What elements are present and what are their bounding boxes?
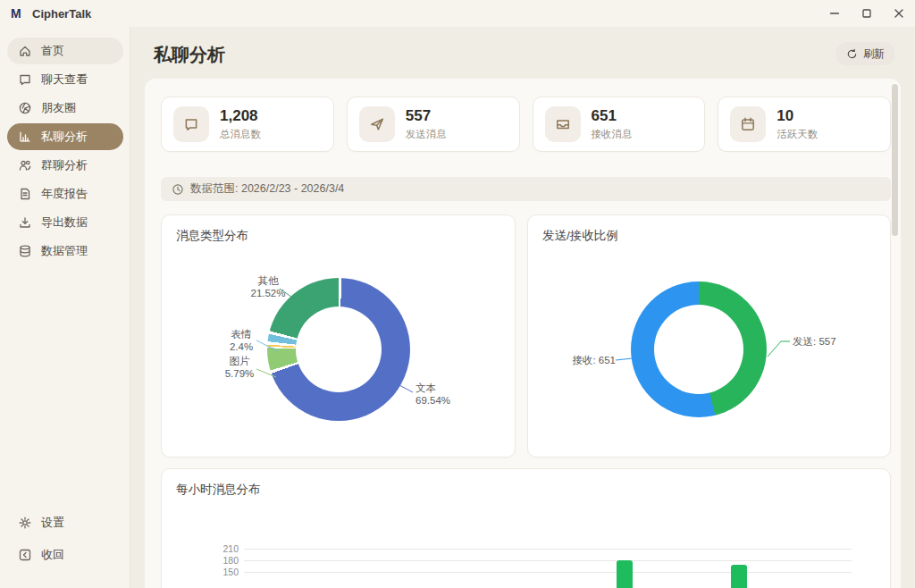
y-axis-tick: 150 xyxy=(206,567,239,577)
sidebar-item-label: 首页 xyxy=(41,43,64,59)
group-icon xyxy=(18,158,32,172)
chart-card-hourly-distribution: 每小时消息分布 210 180 150 xyxy=(161,468,891,588)
sidebar-item-label: 朋友圈 xyxy=(41,100,76,116)
sidebar-item-moments[interactable]: 朋友圈 xyxy=(7,95,123,122)
chart-card-send-receive: 发送/接收比例 接收: 651 发送: 557 xyxy=(527,214,891,458)
send-icon xyxy=(359,106,395,142)
minimize-button[interactable] xyxy=(818,0,851,27)
refresh-icon xyxy=(846,48,858,60)
stat-value: 651 xyxy=(592,107,633,125)
scrollbar-thumb[interactable] xyxy=(892,84,898,236)
pie-label-name: 图片 xyxy=(217,355,262,367)
page-title: 私聊分析 xyxy=(154,43,225,67)
pie-label-received: 接收: 651 xyxy=(562,354,616,366)
sidebar-item-group-analysis[interactable]: 群聊分析 xyxy=(7,152,123,179)
y-axis-tick: 180 xyxy=(206,555,239,566)
pie-label-emoji: 表情 2.4% xyxy=(219,328,264,354)
inbox-icon xyxy=(545,106,581,142)
sidebar-item-label: 年度报告 xyxy=(41,186,88,202)
stat-value: 1,208 xyxy=(220,107,261,125)
date-range-text: 数据范围: 2026/2/23 - 2026/3/4 xyxy=(190,181,344,197)
chart-title: 消息类型分布 xyxy=(176,228,248,244)
gridline-210 xyxy=(244,549,852,550)
clock-icon xyxy=(172,183,184,196)
pie-label-name: 表情 xyxy=(219,328,264,340)
hour-bar[interactable] xyxy=(731,565,747,588)
moments-icon xyxy=(18,101,32,115)
stat-label: 总消息数 xyxy=(220,128,261,141)
sidebar-item-chat-view[interactable]: 聊天查看 xyxy=(7,66,123,93)
gridline-150 xyxy=(244,572,852,573)
pie-label-pct: 2.4% xyxy=(219,340,264,353)
pie-label-other: 其他 21.52% xyxy=(240,274,296,300)
bar-chart-icon xyxy=(18,130,32,144)
gridline-180 xyxy=(244,560,852,561)
main-panel: 1,208 总消息数 557 发送消息 651 接收消息 10 活跃天数 xyxy=(145,79,901,588)
chart-title: 发送/接收比例 xyxy=(542,228,618,244)
sidebar: 首页 聊天查看 朋友圈 私聊分析 群聊分析 年度报告 导出数据 数据管理 设置 … xyxy=(0,27,130,588)
stat-card-total-messages: 1,208 总消息数 xyxy=(161,97,334,152)
sidebar-item-home[interactable]: 首页 xyxy=(7,38,123,64)
window-controls xyxy=(818,0,915,27)
sidebar-item-annual-report[interactable]: 年度报告 xyxy=(7,181,123,207)
sidebar-item-settings[interactable]: 设置 xyxy=(7,509,123,536)
sidebar-item-export-data[interactable]: 导出数据 xyxy=(7,209,123,236)
pie-label-pct: 69.54% xyxy=(416,394,469,407)
app-logo-icon: M xyxy=(11,6,27,21)
pie-label-text: 文本 69.54% xyxy=(416,382,469,407)
calendar-icon xyxy=(730,106,766,142)
sidebar-item-collapse[interactable]: 收回 xyxy=(7,542,123,568)
send-receive-donut-chart[interactable] xyxy=(631,281,767,417)
app-title: CipherTalk xyxy=(32,7,91,21)
chat-icon xyxy=(18,72,32,87)
pie-label-image: 图片 5.79% xyxy=(217,355,262,381)
database-icon xyxy=(18,244,32,258)
sidebar-item-private-analysis[interactable]: 私聊分析 xyxy=(7,123,123,150)
close-button[interactable] xyxy=(883,0,915,27)
pie-label-name: 其他 xyxy=(240,274,296,287)
stat-card-active-days: 10 活跃天数 xyxy=(718,97,891,152)
sidebar-item-label: 群聊分析 xyxy=(41,157,88,173)
stat-label: 发送消息 xyxy=(406,128,447,141)
stat-value: 10 xyxy=(776,107,818,125)
sidebar-item-label: 收回 xyxy=(41,547,64,563)
sidebar-item-label: 聊天查看 xyxy=(41,71,88,88)
titlebar: M CipherTalk xyxy=(0,0,915,27)
date-range-bar: 数据范围: 2026/2/23 - 2026/3/4 xyxy=(161,177,891,201)
stat-card-received-messages: 651 接收消息 xyxy=(533,97,706,152)
hour-bar[interactable] xyxy=(617,560,633,588)
hourly-bars-area[interactable]: 210 180 150 xyxy=(162,469,890,588)
stat-value: 557 xyxy=(406,107,447,125)
report-icon xyxy=(18,187,32,201)
pie-label-pct: 21.52% xyxy=(240,287,296,299)
sidebar-item-label: 设置 xyxy=(41,515,64,531)
sidebar-item-label: 私聊分析 xyxy=(41,129,88,145)
home-icon xyxy=(18,44,32,58)
message-bubble-icon xyxy=(173,106,209,142)
sidebar-item-label: 数据管理 xyxy=(41,243,88,259)
sidebar-item-data-management[interactable]: 数据管理 xyxy=(7,238,123,265)
refresh-label: 刷新 xyxy=(863,46,885,62)
stat-label: 活跃天数 xyxy=(776,128,818,141)
pie-label-sent: 发送: 557 xyxy=(793,335,855,348)
collapse-icon xyxy=(18,548,32,562)
refresh-button[interactable]: 刷新 xyxy=(835,42,895,65)
stat-card-sent-messages: 557 发送消息 xyxy=(347,97,520,152)
pie-label-name: 文本 xyxy=(416,382,469,394)
gear-icon xyxy=(18,516,32,530)
maximize-button[interactable] xyxy=(851,0,883,27)
stat-label: 接收消息 xyxy=(592,128,633,141)
chart-card-message-types: 消息类型分布 其他 21.52% 表情 2.4% 图片 5.79% 文本 69.… xyxy=(161,214,516,458)
export-icon xyxy=(18,215,32,230)
sidebar-item-label: 导出数据 xyxy=(41,214,88,231)
y-axis-tick: 210 xyxy=(206,543,239,554)
stats-row: 1,208 总消息数 557 发送消息 651 接收消息 10 活跃天数 xyxy=(161,97,891,152)
pie-label-pct: 5.79% xyxy=(217,367,262,380)
